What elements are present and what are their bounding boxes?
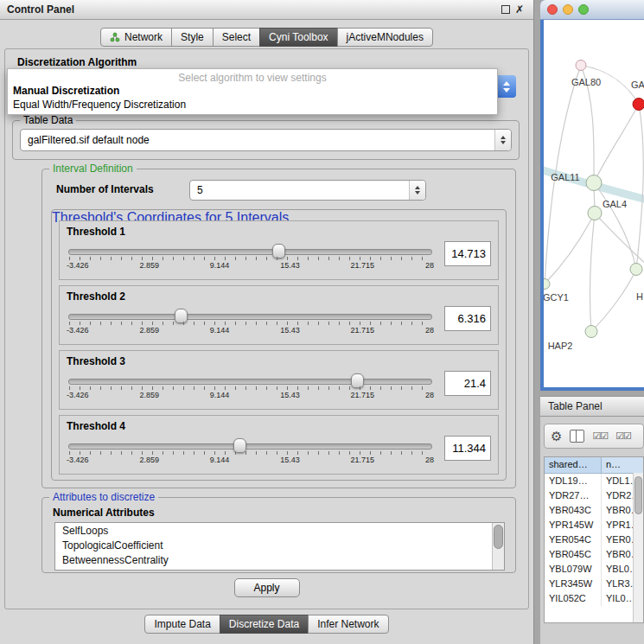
- network-node[interactable]: [585, 326, 597, 338]
- float-window-icon[interactable]: [499, 3, 513, 16]
- threshold-3-slider[interactable]: -3.4262.8599.14415.4321.71528: [67, 371, 434, 407]
- table-row[interactable]: YLR345W YLR3…: [545, 577, 643, 591]
- table-row[interactable]: YBL079W YBL0…: [545, 562, 643, 577]
- slider-ticks: [69, 386, 432, 390]
- tab-style[interactable]: Style: [171, 28, 214, 47]
- table-scrollbar-thumb[interactable]: [634, 476, 642, 514]
- apply-button[interactable]: Apply: [233, 578, 299, 597]
- slider-ticks: [69, 322, 432, 325]
- slider-scale-label: 9.144: [210, 391, 230, 399]
- slider-scale-label: 15.43: [280, 391, 300, 399]
- gear-icon[interactable]: ⚙: [551, 430, 562, 443]
- network-window-titlebar: [540, 0, 644, 20]
- table-row[interactable]: YER054C YER0…: [545, 532, 643, 547]
- tab-network-label: Network: [124, 31, 163, 43]
- network-icon: [110, 32, 120, 42]
- slider-scale-label: -3.426: [67, 391, 89, 399]
- node-table: shared… n… YDL19… YDL1… YDR27… YDR2… YBR…: [544, 456, 644, 623]
- tab-cyni-toolbox[interactable]: Cyni Toolbox: [259, 28, 337, 47]
- control-panel-tabs: Network Style Select Cyni Toolbox jActiv…: [0, 28, 533, 47]
- list-scrollbar[interactable]: [492, 523, 504, 570]
- cyni-toolbox-panel: Discretization Algorithm Select algorith…: [4, 48, 529, 609]
- slider-track[interactable]: [68, 379, 432, 385]
- popup-item-manual-discretization[interactable]: Manual Discretization: [8, 84, 497, 98]
- close-window-icon[interactable]: ✗: [513, 3, 526, 16]
- close-button[interactable]: [547, 4, 558, 15]
- popup-item-equal-width-frequency[interactable]: Equal Width/Frequency Discretization: [8, 98, 497, 112]
- number-of-intervals-combobox[interactable]: 5: [189, 180, 426, 201]
- network-canvas[interactable]: GAL80 GA GAL11 GAL4 GCY1 HAP2 H: [544, 20, 644, 387]
- threshold-1-value-field[interactable]: 14.713: [444, 241, 491, 266]
- tab-network[interactable]: Network: [100, 28, 172, 47]
- combobox-stepper-icon[interactable]: [497, 75, 516, 98]
- combobox-stepper-icon[interactable]: [494, 130, 511, 150]
- slider-scale-label: -3.426: [67, 261, 89, 270]
- threshold-4-value-field[interactable]: 11.344: [444, 436, 491, 461]
- slider-track[interactable]: [68, 249, 432, 255]
- node-label: GCY1: [544, 292, 569, 303]
- attribute-item[interactable]: TopologicalCoefficient: [55, 539, 492, 553]
- attribute-item[interactable]: BetweennessCentrality: [55, 553, 492, 568]
- table-row[interactable]: YPR145W YPR1…: [545, 518, 643, 532]
- select-all-icon[interactable]: ☑☑: [615, 430, 631, 442]
- table-panel-title: Table Panel: [548, 400, 603, 412]
- threshold-4-slider[interactable]: -3.4262.8599.14415.4321.71528: [67, 436, 434, 472]
- threshold-2-value-field[interactable]: 6.316: [444, 306, 491, 331]
- threshold-3-value-field[interactable]: 21.4: [444, 371, 491, 396]
- table-row[interactable]: YBR043C YBR0…: [545, 503, 643, 518]
- numerical-attributes-label: Numerical Attributes: [53, 507, 155, 519]
- network-node-selected[interactable]: [633, 99, 644, 111]
- network-node[interactable]: [576, 61, 586, 71]
- tab-jactivemnodules[interactable]: jActiveMNodules: [337, 28, 433, 47]
- slider-scale-label: -3.426: [67, 456, 89, 464]
- tab-select[interactable]: Select: [213, 28, 260, 47]
- threshold-1-slider[interactable]: -3.4262.8599.14415.4321.71528: [67, 241, 434, 277]
- threshold-2-panel: Threshold 2 -3.4262.8599.14415.4321.7152…: [59, 285, 499, 345]
- slider-scale-label: 9.144: [210, 261, 230, 270]
- slider-scale-label: 21.715: [351, 456, 375, 464]
- table-scrollbar[interactable]: [633, 473, 643, 622]
- table-row[interactable]: YIL052C YIL0…: [545, 591, 643, 606]
- table-toolbar: ⚙ ☑☑ ☑☑: [544, 424, 644, 449]
- attributes-listbox[interactable]: SelfLoopsTopologicalCoefficientBetweenne…: [54, 522, 505, 571]
- table-data-group: Table Data galFiltered.sif default node: [12, 120, 520, 160]
- attribute-item[interactable]: SelfLoops: [55, 524, 492, 539]
- slider-track[interactable]: [68, 314, 432, 320]
- network-node[interactable]: [630, 264, 642, 276]
- column-header-shared-name[interactable]: shared…: [545, 457, 602, 473]
- select-rows-icon[interactable]: ☑☑: [592, 430, 608, 442]
- table-data-combobox[interactable]: galFiltered.sif default node: [20, 129, 512, 151]
- tab-infer-network[interactable]: Infer Network: [308, 615, 388, 634]
- network-node[interactable]: [586, 175, 602, 191]
- slider-scale-label: -3.426: [67, 326, 89, 335]
- thresholds-group: Threshold's Coordinates for 5 Intervals …: [51, 209, 507, 481]
- slider-scale-label: 2.859: [139, 261, 159, 270]
- control-panel-titlebar: Control Panel ✗: [0, 0, 533, 20]
- table-rows: YDL19… YDL1… YDR27… YDR2… YBR043C YBR0… …: [545, 474, 643, 606]
- attributes-group: Attributes to discretize Numerical Attri…: [41, 497, 516, 573]
- table-panel-window: Table Panel ⚙ ☑☑ ☑☑ shared… n… YDL19… YD…: [540, 396, 644, 644]
- table-row[interactable]: YDL19… YDL1…: [545, 474, 643, 488]
- algorithm-dropdown-popup: Select algorithm to view settings Manual…: [7, 68, 498, 115]
- network-node[interactable]: [588, 207, 602, 220]
- zoom-button[interactable]: [578, 4, 589, 15]
- slider-scale-label: 9.144: [210, 326, 230, 335]
- slider-scale-label: 15.43: [280, 261, 300, 270]
- table-row[interactable]: YBR045C YBR0…: [545, 547, 643, 562]
- slider-scale-label: 21.715: [351, 391, 375, 399]
- float-glyph: [501, 5, 510, 14]
- tab-impute-data[interactable]: Impute Data: [144, 615, 220, 634]
- network-node[interactable]: [544, 279, 550, 290]
- minimize-button[interactable]: [563, 4, 573, 15]
- combobox-stepper-icon[interactable]: [409, 181, 425, 200]
- number-of-intervals-label: Number of Intervals: [56, 183, 154, 195]
- popup-placeholder-item: Select algorithm to view settings: [8, 69, 497, 84]
- tab-discretize-data[interactable]: Discretize Data: [220, 615, 309, 634]
- threshold-2-slider[interactable]: -3.4262.8599.14415.4321.71528: [67, 306, 434, 342]
- algorithm-group-label: Discretization Algorithm: [17, 56, 137, 68]
- column-selector-icon[interactable]: [570, 430, 584, 443]
- table-row[interactable]: YDR27… YDR2…: [545, 488, 643, 503]
- list-scrollbar-thumb[interactable]: [494, 525, 503, 549]
- slider-track[interactable]: [68, 443, 432, 450]
- column-header-name[interactable]: n…: [602, 457, 643, 473]
